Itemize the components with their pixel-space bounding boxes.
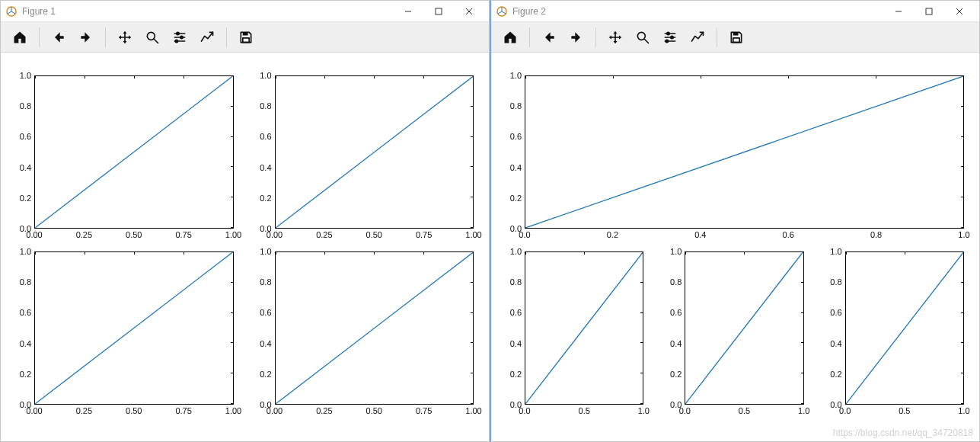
y-tick-label: 0.2: [510, 194, 522, 203]
y-tick-label: 0.4: [260, 339, 271, 348]
toolbar: [1, 22, 489, 53]
forward-button[interactable]: [563, 25, 589, 50]
svg-point-24: [637, 32, 645, 40]
y-tick-label: 1.0: [20, 247, 31, 256]
configure-subplots-button[interactable]: [167, 25, 193, 50]
y-tick-label: 0.8: [260, 101, 271, 110]
x-tick-label: 0.00: [26, 406, 42, 415]
x-tick-label: 1.0: [958, 230, 969, 239]
maximize-button[interactable]: [914, 1, 944, 22]
subplot: 0.00.20.40.60.81.00.000.250.500.751.00: [10, 251, 234, 418]
configure-subplots-button[interactable]: [657, 25, 683, 50]
x-tick-label: 0.4: [694, 230, 706, 239]
data-line: [35, 252, 233, 404]
x-tick-label: 0.5: [899, 406, 910, 415]
y-tick-label: 0.6: [20, 308, 31, 317]
subplot: 0.00.20.40.60.81.00.000.250.500.751.00: [251, 251, 474, 418]
back-button[interactable]: [46, 25, 72, 50]
svg-line-25: [645, 39, 649, 43]
svg-point-27: [667, 32, 669, 34]
svg-point-8: [177, 32, 179, 34]
edit-axis-button[interactable]: [194, 25, 220, 50]
x-tick-label: 0.0: [519, 230, 530, 239]
y-tick-label: 1.0: [260, 247, 271, 256]
svg-point-5: [147, 32, 155, 40]
y-axis: 0.00.20.40.60.81.0: [500, 251, 525, 418]
y-tick-label: 0.2: [260, 194, 271, 203]
x-tick-label: 1.00: [465, 406, 481, 415]
y-tick-label: 0.2: [830, 370, 841, 379]
home-button[interactable]: [497, 25, 523, 50]
subplot: 0.00.20.40.60.81.00.00.20.40.60.81.0: [500, 75, 964, 242]
svg-line-17: [35, 252, 233, 404]
y-tick-label: 1.0: [830, 247, 841, 256]
maximize-button[interactable]: [423, 1, 454, 22]
x-axis: 0.000.250.500.751.00: [34, 405, 234, 418]
y-tick-label: 0.4: [510, 163, 522, 172]
y-tick-label: 0.2: [20, 370, 31, 379]
x-tick-label: 0.50: [366, 406, 382, 415]
x-tick-label: 0.00: [267, 406, 283, 415]
x-tick-label: 0.0: [839, 406, 851, 415]
x-tick-label: 0.50: [126, 406, 142, 415]
y-tick-label: 0.4: [510, 339, 522, 348]
x-tick-label: 0.75: [175, 406, 191, 415]
figure-canvas[interactable]: 0.00.20.40.60.81.00.000.250.500.751.00 0…: [1, 53, 489, 441]
x-axis: 0.00.51.0: [845, 405, 964, 418]
subplot-grid: 0.00.20.40.60.81.00.00.20.40.60.81.0 0.0…: [491, 53, 979, 441]
minimize-button[interactable]: [393, 1, 423, 22]
svg-line-37: [846, 252, 963, 404]
y-tick-label: 0.6: [830, 308, 841, 317]
x-tick-label: 0.25: [76, 406, 92, 415]
y-tick-label: 0.6: [260, 132, 271, 141]
close-button[interactable]: [454, 1, 484, 22]
subplot-grid: 0.00.20.40.60.81.00.000.250.500.751.00 0…: [1, 53, 489, 441]
svg-line-34: [525, 76, 963, 228]
minimize-button[interactable]: [883, 1, 914, 22]
back-button[interactable]: [536, 25, 562, 50]
y-tick-label: 0.8: [260, 277, 271, 287]
y-tick-label: 0.2: [670, 370, 682, 379]
y-tick-label: 0.4: [260, 163, 271, 172]
y-axis: 0.00.20.40.60.81.0: [10, 75, 34, 242]
close-button[interactable]: [944, 1, 975, 22]
svg-line-15: [35, 76, 233, 228]
zoom-button[interactable]: [630, 25, 656, 50]
toolbar-separator: [39, 27, 40, 47]
x-axis: 0.000.250.500.751.00: [275, 405, 474, 418]
save-button[interactable]: [233, 25, 259, 50]
y-tick-label: 0.6: [510, 132, 522, 141]
x-tick-label: 0.6: [783, 230, 794, 239]
y-tick-label: 0.6: [670, 308, 682, 317]
x-axis: 0.00.51.0: [525, 405, 643, 418]
svg-rect-33: [733, 37, 739, 42]
y-tick-label: 0.6: [20, 132, 31, 141]
subplot: 0.00.20.40.60.81.00.00.51.0: [821, 251, 964, 418]
x-tick-label: 0.25: [316, 406, 332, 415]
y-tick-label: 1.0: [670, 247, 682, 256]
zoom-button[interactable]: [139, 25, 165, 50]
pan-button[interactable]: [602, 25, 628, 50]
edit-axis-button[interactable]: [685, 25, 710, 50]
forward-button[interactable]: [73, 25, 99, 50]
home-button[interactable]: [7, 25, 33, 50]
figure-canvas[interactable]: 0.00.20.40.60.81.00.00.20.40.60.81.0 0.0…: [491, 53, 979, 441]
pan-button[interactable]: [112, 25, 138, 50]
axes: [685, 251, 803, 405]
y-tick-label: 0.8: [20, 277, 31, 287]
svg-line-35: [525, 252, 643, 404]
svg-point-31: [666, 40, 668, 42]
save-button[interactable]: [723, 25, 749, 50]
x-tick-label: 0.5: [739, 406, 750, 415]
x-axis: 0.000.250.500.751.00: [34, 229, 234, 242]
y-tick-label: 0.8: [510, 277, 522, 287]
subplot: 0.00.20.40.60.81.00.000.250.500.751.00: [251, 75, 474, 242]
axes: [845, 251, 964, 405]
axes: [525, 75, 964, 229]
titlebar[interactable]: Figure 2: [491, 1, 979, 22]
y-tick-label: 0.4: [670, 339, 682, 348]
matplotlib-icon: [5, 5, 18, 18]
titlebar[interactable]: Figure 1: [1, 1, 489, 22]
y-tick-label: 0.6: [260, 308, 271, 317]
y-tick-label: 0.8: [20, 101, 31, 110]
